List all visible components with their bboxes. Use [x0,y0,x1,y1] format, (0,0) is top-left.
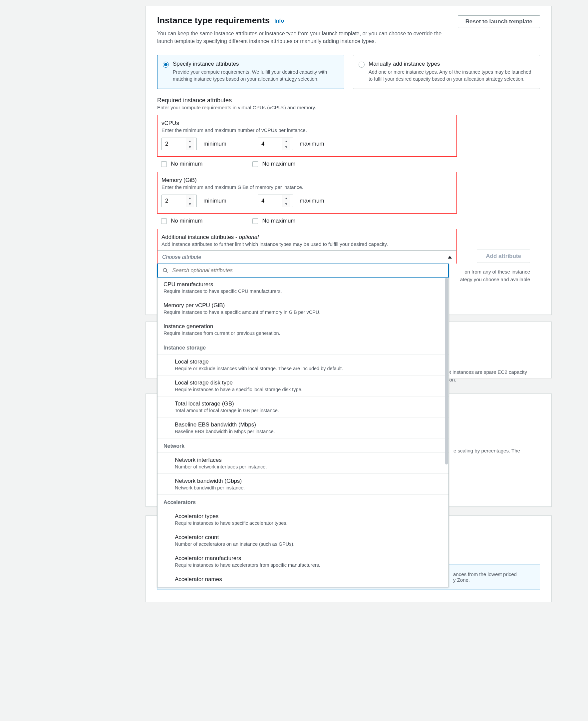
mem-max-down[interactable]: ▼ [282,201,290,207]
memory-box: Memory (GiB) Enter the minimum and maxim… [157,172,457,214]
tile-manual-title: Manually add instance types [369,61,533,67]
memory-label: Memory (GiB) [162,177,453,184]
dropdown-option[interactable]: CPU manufacturersRequire instances to ha… [158,277,448,298]
memory-max-label: maximum [300,198,324,204]
dropdown-option-desc: Network bandwidth per instance. [175,485,442,490]
checkbox-icon [252,161,258,167]
mem-min-up[interactable]: ▲ [186,195,194,201]
dropdown-option-desc: Require instances to have specific CPU m… [164,288,442,294]
memory-min-field[interactable] [162,195,186,207]
dropdown-option[interactable]: Total local storage (GB)Total amount of … [158,397,448,418]
additional-desc: Add instance attributes to further limit… [162,241,453,247]
dropdown-option-desc: Number of accelerators on an instance (s… [175,541,442,547]
dropdown-option-title: Baseline EBS bandwidth (Mbps) [175,421,442,428]
dropdown-option[interactable]: Accelerator typesRequire instances to ha… [158,509,448,530]
radio-manual[interactable] [359,62,364,68]
dropdown-group-header: Instance storage [158,340,448,355]
radio-specify[interactable] [163,62,169,68]
required-heading: Required instance attributes [157,97,540,104]
required-desc: Enter your compute requirements in virtu… [157,105,540,110]
svg-line-1 [166,272,167,273]
caret-up-icon [448,256,452,259]
info-link[interactable]: Info [274,18,284,24]
memory-no-min-check[interactable]: No minimum [161,218,203,224]
vcpus-min-input[interactable]: ▲ ▼ [162,138,197,150]
attribute-dropdown-panel: CPU manufacturersRequire instances to ha… [157,263,449,587]
dropdown-option[interactable]: Network interfacesNumber of network inte… [158,453,448,474]
dropdown-option[interactable]: Instance generationRequire instances fro… [158,319,448,340]
mem-min-down[interactable]: ▼ [186,201,194,207]
attribute-dropdown-toggle[interactable]: Choose attribute [157,250,457,263]
vcpus-max-down[interactable]: ▼ [282,144,290,150]
instance-type-panel: Instance type requirements Info You can … [146,6,552,315]
dropdown-option[interactable]: Accelerator names [158,572,448,587]
search-icon [163,267,168,274]
dropdown-option-title: Accelerator types [175,513,442,520]
checkbox-icon [161,218,167,224]
checkbox-icon [252,218,258,224]
dropdown-option[interactable]: Memory per vCPU (GiB)Require instances t… [158,298,448,319]
vcpus-no-max-check[interactable]: No maximum [252,161,295,167]
vcpus-min-down[interactable]: ▼ [186,144,194,150]
section-description: You can keep the same instance attribute… [157,29,458,45]
vcpus-no-min-check[interactable]: No minimum [161,161,203,167]
dropdown-option-desc: Require instances to have a specific loc… [175,387,442,392]
dropdown-option-desc: Require instances to have a specific amo… [164,309,442,315]
dropdown-option-title: CPU manufacturers [164,281,442,288]
dropdown-option-title: Accelerator manufacturers [175,555,442,562]
dropdown-option-title: Network interfaces [175,457,442,463]
dropdown-option[interactable]: Accelerator manufacturersRequire instanc… [158,551,448,572]
dropdown-option-title: Memory per vCPU (GiB) [164,302,442,309]
dropdown-option-desc: Require instances to have accelerators f… [175,562,442,568]
spot-text-fragment: ot Instances are spare EC2 capacity tion… [447,368,540,383]
attribute-options-list: CPU manufacturersRequire instances to ha… [158,277,448,587]
memory-max-input[interactable]: ▲ ▼ [258,195,293,207]
vcpus-max-field[interactable] [258,138,282,150]
dropdown-option-title: Local storage disk type [175,380,442,386]
scaling-text-fragment: e scaling by percentages. The [454,447,540,455]
vcpus-box: vCPUs Enter the minimum and maximum numb… [157,115,457,157]
dropdown-option[interactable]: Accelerator countNumber of accelerators … [158,530,448,551]
vcpus-min-field[interactable] [162,138,186,150]
memory-max-field[interactable] [258,195,282,207]
vcpus-max-up[interactable]: ▲ [282,138,290,144]
dropdown-option-desc: Require or exclude instances with local … [175,366,442,371]
memory-desc: Enter the minimum and maximum GiBs of me… [162,184,453,190]
dropdown-option-desc: Require instances from current or previo… [164,331,442,336]
dropdown-option-desc: Total amount of local storage in GB per … [175,408,442,413]
tile-specify-desc: Provide your compute requirements. We fu… [173,68,337,83]
reset-button[interactable]: Reset to launch template [458,15,540,28]
checkbox-icon [161,161,167,167]
tile-specify-attributes[interactable]: Specify instance attributes Provide your… [157,55,344,89]
mem-max-up[interactable]: ▲ [282,195,290,201]
additional-box: Additional instance attributes - optiona… [157,229,457,263]
attribute-search[interactable] [157,263,449,278]
scrollbar-thumb[interactable] [445,278,448,464]
dropdown-option-title: Accelerator names [175,576,442,583]
vcpus-max-input[interactable]: ▲ ▼ [258,138,293,150]
dropdown-option[interactable]: Baseline EBS bandwidth (Mbps)Baseline EB… [158,418,448,438]
dropdown-option-title: Instance generation [164,323,442,330]
vcpus-min-label: minimum [204,141,226,147]
attribute-search-input[interactable] [171,267,443,274]
dropdown-option-desc: Baseline EBS bandwidth in Mbps per insta… [175,429,442,434]
dropdown-option[interactable]: Local storageRequire or exclude instance… [158,355,448,376]
additional-heading: Additional instance attributes - [162,234,239,240]
memory-min-input[interactable]: ▲ ▼ [162,195,197,207]
add-attribute-button[interactable]: Add attribute [477,249,530,263]
vcpus-min-up[interactable]: ▲ [186,138,194,144]
tile-specify-title: Specify instance attributes [173,61,337,67]
section-title: Instance type requirements [157,15,270,26]
vcpus-label: vCPUs [162,120,453,127]
additional-optional: optional [239,234,259,240]
vcpus-max-label: maximum [300,141,324,147]
dropdown-option-title: Total local storage (GB) [175,400,442,407]
tile-manual-desc: Add one or more instance types. Any of t… [369,68,533,83]
dropdown-option[interactable]: Local storage disk typeRequire instances… [158,376,448,397]
dropdown-option[interactable]: Network bandwidth (Gbps)Network bandwidt… [158,474,448,495]
memory-no-max-check[interactable]: No maximum [252,218,295,224]
dropdown-option-title: Local storage [175,359,442,365]
memory-min-label: minimum [204,198,226,204]
dropdown-option-title: Network bandwidth (Gbps) [175,478,442,484]
tile-manual-add[interactable]: Manually add instance types Add one or m… [353,55,540,89]
